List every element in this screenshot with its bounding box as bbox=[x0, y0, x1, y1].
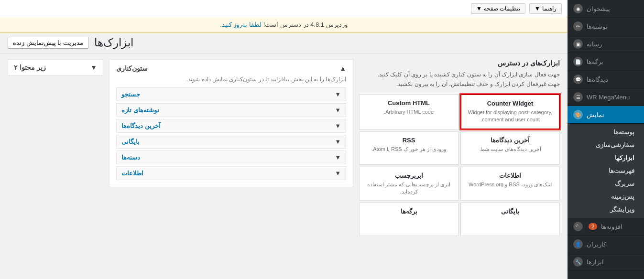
widget-card-archives-title: بایگانی bbox=[467, 208, 554, 215]
widget-card-rss-desc: ورودی از هر خوراک RSS یا Atom. bbox=[365, 146, 452, 153]
available-widgets-desc: جهت فعال سازی ابزارک آن را به ستون کناری… bbox=[359, 70, 560, 89]
tools-icon: 🔧 bbox=[573, 257, 583, 267]
guide-label: راهنما bbox=[542, 5, 557, 12]
widget-item-toggle[interactable]: ▼ bbox=[335, 170, 341, 177]
submenu-themes[interactable]: پوسته‌ها bbox=[568, 126, 644, 139]
sidebar-item-tools[interactable]: ابزارها 🔧 bbox=[568, 253, 644, 271]
sidebar-item-dashboard[interactable]: پیشخوان ◉ bbox=[568, 0, 644, 18]
sidebar-item-label: برگه‌ها bbox=[587, 58, 603, 65]
sidebar-item-pages[interactable]: برگه‌ها 📄 bbox=[568, 53, 644, 71]
sidebar-item-label: نوشته‌ها bbox=[587, 23, 608, 30]
widget-item-recent-comments[interactable]: ▼ آخرین دیدگاه‌ها bbox=[116, 119, 346, 133]
update-text: وردپرس 4.8.1 در دسترس است! bbox=[262, 21, 348, 28]
sidebar-item-label: نمایش bbox=[587, 111, 604, 118]
widget-card-meta-desc: لینک‌های ورود، RSS و WordPress.org bbox=[467, 181, 554, 188]
widget-card-counter[interactable]: Counter Widget Widget for displaying pos… bbox=[460, 94, 560, 129]
sidebar-item-posts[interactable]: نوشته‌ها ✏ bbox=[568, 18, 644, 35]
page-settings-button[interactable]: تنظیمات صفحه ▼ bbox=[471, 3, 525, 14]
sub-content-toggle[interactable]: ▼ bbox=[90, 64, 97, 71]
widget-sidebar: ▼ زیر محتوا ۲ bbox=[8, 59, 103, 273]
sidebar-item-users[interactable]: کاربران 👤 bbox=[568, 236, 644, 253]
widget-item-archives[interactable]: ▼ بایگانی bbox=[116, 135, 346, 149]
widget-item-toggle[interactable]: ▼ bbox=[335, 138, 341, 145]
widget-item-recent-posts[interactable]: ▼ نوشته‌های تازه bbox=[116, 103, 346, 117]
widget-card-counter-title: Counter Widget bbox=[467, 100, 553, 107]
widget-item-toggle[interactable]: ▼ bbox=[335, 107, 341, 114]
widget-card-custom-html[interactable]: Custom HTML Arbitrary HTML code. bbox=[359, 94, 458, 129]
widget-card-archives[interactable]: بایگانی bbox=[460, 203, 560, 236]
available-widgets-section: ابزارک‌های در دسترس جهت فعال سازی ابزارک… bbox=[359, 59, 560, 273]
column-title: ستون‌کناری bbox=[116, 64, 148, 72]
column-desc: ابزارک‌ها را به این بخش بیافزایید تا در … bbox=[116, 75, 346, 84]
column-toggle-icon[interactable]: ▲ bbox=[339, 64, 346, 72]
widget-item-toggle[interactable]: ▼ bbox=[335, 154, 341, 161]
sub-content-title: زیر محتوا ۲ bbox=[14, 64, 46, 71]
sidebar-item-megamenu[interactable]: WR MegaMenu ☰ bbox=[568, 88, 644, 106]
submenu-widgets[interactable]: ابزارکها bbox=[568, 151, 644, 164]
appearance-icon: 🎨 bbox=[573, 110, 583, 119]
media-icon: ▣ bbox=[573, 39, 583, 49]
widget-card-custom-html-title: Custom HTML bbox=[365, 99, 452, 107]
middle-column: ▲ ستون‌کناری ابزارک‌ها را به این بخش بیا… bbox=[109, 59, 353, 273]
widget-item-search[interactable]: ▼ جستجو bbox=[116, 87, 346, 101]
widget-card-recent-comments[interactable]: آخرین دیدگاه‌ها آخرین دیدگاه‌های سایت شم… bbox=[460, 131, 560, 165]
pages-icon: 📄 bbox=[573, 57, 583, 66]
sidebar: پیشخوان ◉ نوشته‌ها ✏ رسانه ▣ برگه‌ها 📄 د… bbox=[568, 0, 644, 279]
submenu-editor[interactable]: ویرایشگر bbox=[568, 203, 644, 216]
submenu-menus[interactable]: فهرست‌ها bbox=[568, 164, 644, 177]
widget-card-rss-title: RSS bbox=[365, 137, 452, 144]
widget-item-archives-title: بایگانی bbox=[121, 138, 140, 145]
widget-card-tag-cloud-title: ابربرچسب bbox=[365, 172, 452, 179]
submenu-background[interactable]: پس‌زمینه bbox=[568, 190, 644, 203]
widget-item-meta[interactable]: ▼ اطلاعات bbox=[116, 166, 346, 180]
widget-item-categories-title: دسته‌ها bbox=[121, 154, 140, 161]
topbar: راهنما ▼ تنظیمات صفحه ▼ bbox=[0, 0, 568, 17]
update-link[interactable]: لطفا به‌روز کنید. bbox=[220, 21, 262, 28]
guide-button[interactable]: راهنما ▼ bbox=[529, 3, 562, 14]
users-icon: 👤 bbox=[573, 239, 583, 249]
comments-icon: 💬 bbox=[573, 75, 583, 84]
main-wrapper: راهنما ▼ تنظیمات صفحه ▼ وردپرس 4.8.1 در … bbox=[0, 0, 568, 279]
submenu-header[interactable]: سربرگ bbox=[568, 177, 644, 190]
widget-card-recent-comments-desc: آخرین دیدگاه‌های سایت شما. bbox=[467, 146, 554, 153]
widget-card-tag-cloud-desc: ابری از برچسب‌هایی که بیشتر استفاده کرده… bbox=[365, 181, 452, 196]
widget-card-counter-desc: Widget for displaying post, category, co… bbox=[467, 109, 553, 124]
appearance-submenu: پوسته‌ها سفارشی‌سازی ابزارکها فهرست‌ها س… bbox=[568, 124, 644, 218]
widget-item-categories[interactable]: ▼ دسته‌ها bbox=[116, 150, 346, 164]
sidebar-item-label: افزونه‌ها bbox=[601, 223, 622, 230]
sidebar-item-media[interactable]: رسانه ▣ bbox=[568, 35, 644, 53]
widget-item-meta-title: اطلاعات bbox=[121, 170, 143, 177]
widget-item-toggle[interactable]: ▼ bbox=[335, 91, 341, 98]
widgets-grid: Counter Widget Widget for displaying pos… bbox=[359, 94, 560, 236]
sidebar-item-comments[interactable]: دیدگاه‌ها 💬 bbox=[568, 71, 644, 88]
sidebar-item-appearance[interactable]: نمایش 🎨 bbox=[568, 106, 644, 124]
column-box: ▲ ستون‌کناری ابزارک‌ها را به این بخش بیا… bbox=[109, 59, 353, 187]
widget-card-recent-comments-title: آخرین دیدگاه‌ها bbox=[467, 137, 554, 144]
dashboard-icon: ◉ bbox=[573, 4, 583, 13]
widget-item-search-title: جستجو bbox=[121, 91, 140, 98]
guide-arrow: ▼ bbox=[535, 5, 540, 12]
submenu-customize[interactable]: سفارشی‌سازی bbox=[568, 139, 644, 151]
widget-card-rss[interactable]: RSS ورودی از هر خوراک RSS یا Atom. bbox=[359, 131, 458, 165]
column-header: ▲ ستون‌کناری bbox=[116, 64, 346, 72]
widget-card-meta-title: اطلاعات bbox=[467, 172, 554, 179]
widget-item-toggle[interactable]: ▼ bbox=[335, 122, 341, 129]
megamenu-icon: ☰ bbox=[573, 92, 583, 102]
sub-content-header[interactable]: ▼ زیر محتوا ۲ bbox=[14, 64, 97, 71]
sidebar-item-label: رسانه bbox=[587, 41, 602, 48]
posts-icon: ✏ bbox=[573, 21, 583, 31]
inner-content: ابزارک‌های در دسترس جهت فعال سازی ابزارک… bbox=[0, 54, 568, 279]
plugins-icon: 🔌 bbox=[573, 222, 583, 231]
widget-item-recent-posts-title: نوشته‌های تازه bbox=[121, 107, 159, 114]
widget-card-pages[interactable]: برگه‌ها bbox=[359, 203, 458, 236]
sidebar-item-label: کاربران bbox=[587, 241, 606, 248]
widget-card-meta[interactable]: اطلاعات لینک‌های ورود، RSS و WordPress.o… bbox=[460, 167, 560, 201]
sub-content-area: ▼ زیر محتوا ۲ bbox=[8, 59, 103, 75]
plugins-badge: 2 bbox=[589, 223, 597, 230]
sidebar-item-plugins[interactable]: افزونه‌ها 2 🔌 bbox=[568, 218, 644, 236]
update-notice: وردپرس 4.8.1 در دسترس است! لطفا به‌روز ک… bbox=[0, 17, 568, 32]
live-preview-button[interactable]: مدیریت با پیش‌نمایش زنده bbox=[8, 37, 88, 49]
widget-item-recent-comments-title: آخرین دیدگاه‌ها bbox=[121, 122, 161, 129]
widget-card-pages-title: برگه‌ها bbox=[365, 208, 452, 215]
widget-card-tag-cloud[interactable]: ابربرچسب ابری از برچسب‌هایی که بیشتر است… bbox=[359, 167, 458, 201]
